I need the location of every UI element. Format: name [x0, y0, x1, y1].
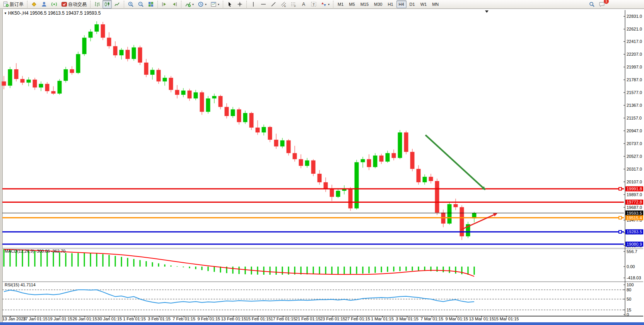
price-tick-label: 19897.0 — [627, 192, 642, 197]
autotrading-button[interactable]: 自动交易 — [60, 0, 88, 9]
text-button[interactable]: A — [299, 0, 308, 9]
timeframe-h4-button[interactable]: H4 — [396, 0, 407, 8]
toolbar-separator — [246, 1, 247, 8]
timeframe-m30-button[interactable]: M30 — [372, 0, 384, 8]
text-label-button[interactable]: T — [309, 0, 318, 9]
zoom-out-button[interactable] — [136, 0, 145, 9]
candle[interactable] — [466, 222, 470, 238]
search-button[interactable] — [587, 0, 596, 9]
vertical-line-button[interactable] — [249, 0, 258, 9]
macd-histogram-bar — [393, 267, 395, 272]
arrows-button[interactable]: ▾ — [319, 0, 331, 9]
toolbar-separator — [27, 1, 27, 8]
candle[interactable] — [311, 159, 316, 176]
timeframe-mn-button[interactable]: MN — [430, 0, 441, 8]
candle[interactable] — [138, 46, 142, 65]
tile-icon — [148, 1, 154, 7]
line-chart-button[interactable] — [113, 0, 122, 9]
signals-button[interactable] — [50, 0, 59, 9]
candle[interactable] — [169, 76, 173, 92]
candle[interactable] — [348, 187, 353, 211]
candle[interactable] — [268, 126, 272, 142]
macd-histogram-bar — [78, 253, 79, 267]
timeframe-m15-button[interactable]: M15 — [358, 0, 371, 8]
date-tick-label: 17 Jan 01:15 — [23, 316, 48, 321]
candle[interactable] — [8, 67, 12, 88]
zoom-in-button[interactable] — [126, 0, 135, 9]
clock-icon — [198, 1, 204, 7]
community-button[interactable] — [39, 0, 49, 9]
indicators-button[interactable]: ▾ — [183, 0, 195, 9]
candle[interactable] — [287, 139, 291, 156]
date-tick-label: 13 Feb 01:15 — [221, 316, 246, 321]
timeframe-m1-button[interactable]: M1 — [335, 0, 346, 8]
line-handle[interactable] — [619, 231, 622, 233]
macd-histogram-bar — [140, 260, 141, 267]
price-tick-label: 21577.0 — [627, 90, 642, 95]
notifications-button[interactable]: 1 — [597, 0, 606, 9]
fibonacci-button[interactable]: F — [289, 0, 298, 9]
auto-scroll-button[interactable] — [160, 0, 169, 9]
macd-histogram-bar — [16, 250, 17, 267]
price-flag: 19283.5 — [625, 229, 643, 234]
chart-shift-icon — [171, 1, 178, 7]
candle[interactable] — [410, 149, 415, 171]
channel-button[interactable]: E — [279, 0, 288, 9]
candle[interactable] — [249, 112, 254, 130]
date-tick-label: 3 Feb 01:15 — [148, 316, 171, 321]
chevron-down-icon[interactable]: ▾ — [328, 3, 330, 6]
macd-histogram-bar — [41, 251, 42, 267]
horizontal-line-button[interactable] — [259, 0, 268, 9]
signal-green-icon — [51, 1, 57, 7]
candle[interactable] — [206, 96, 210, 114]
candle[interactable] — [58, 79, 62, 95]
tile-windows-button[interactable] — [146, 0, 155, 9]
line-handle[interactable] — [619, 216, 622, 219]
cursor-button[interactable] — [225, 0, 234, 9]
bars-icon — [94, 1, 100, 7]
price-chart[interactable]: 22831.022621.022417.022207.021997.021787… — [0, 0, 644, 325]
trendline-button[interactable] — [269, 0, 278, 9]
candle[interactable] — [398, 130, 402, 159]
candle[interactable] — [82, 35, 87, 56]
candle[interactable] — [435, 179, 439, 215]
macd-tick-label: -418.03 — [627, 275, 641, 280]
macd-histogram-bar — [183, 267, 184, 267]
macd-histogram-bar — [232, 267, 234, 274]
bar-chart-button[interactable] — [92, 0, 102, 9]
price-tick-label: 20947.0 — [627, 128, 642, 133]
candle[interactable] — [404, 131, 408, 154]
date-tick-label: 13 Mar 01:15 — [469, 316, 494, 321]
candle[interactable] — [448, 202, 452, 225]
chevron-down-icon[interactable]: ▾ — [218, 3, 219, 6]
candle[interactable] — [460, 205, 464, 240]
chevron-down-icon[interactable]: ▾ — [192, 3, 194, 6]
candle[interactable] — [76, 52, 80, 74]
price-flag: 19991.8 — [625, 186, 643, 192]
candle[interactable] — [200, 91, 204, 115]
macd-histogram-bar — [146, 261, 147, 267]
timeframe-h1-button[interactable]: H1 — [385, 0, 395, 8]
chart-shift-button[interactable] — [170, 0, 179, 9]
deposit-button[interactable] — [29, 0, 39, 9]
timeframe-d1-button[interactable]: D1 — [407, 0, 417, 8]
templates-button[interactable]: ▾ — [209, 0, 221, 9]
candle[interactable] — [101, 22, 105, 40]
line-handle[interactable] — [619, 188, 622, 190]
price-tick-label: 20107.0 — [627, 180, 642, 184]
macd-histogram-bar — [350, 267, 351, 274]
timeframe-w1-button[interactable]: W1 — [418, 0, 429, 8]
new-order-button[interactable]: 新订单 — [1, 0, 25, 9]
timeframe-m5-button[interactable]: M5 — [347, 0, 357, 8]
periods-button[interactable]: ▾ — [196, 0, 208, 9]
macd-histogram-bar — [96, 253, 97, 267]
macd-histogram-bar — [152, 262, 153, 267]
svg-text:19593.5: 19593.5 — [627, 211, 642, 216]
candle[interactable] — [237, 108, 241, 125]
macd-histogram-bar — [177, 266, 178, 267]
auto-scroll-icon — [161, 1, 167, 7]
macd-histogram-bar — [474, 267, 475, 275]
crosshair-button[interactable] — [235, 0, 244, 9]
chevron-down-icon[interactable]: ▾ — [205, 3, 207, 6]
candle-chart-button[interactable] — [102, 0, 112, 9]
